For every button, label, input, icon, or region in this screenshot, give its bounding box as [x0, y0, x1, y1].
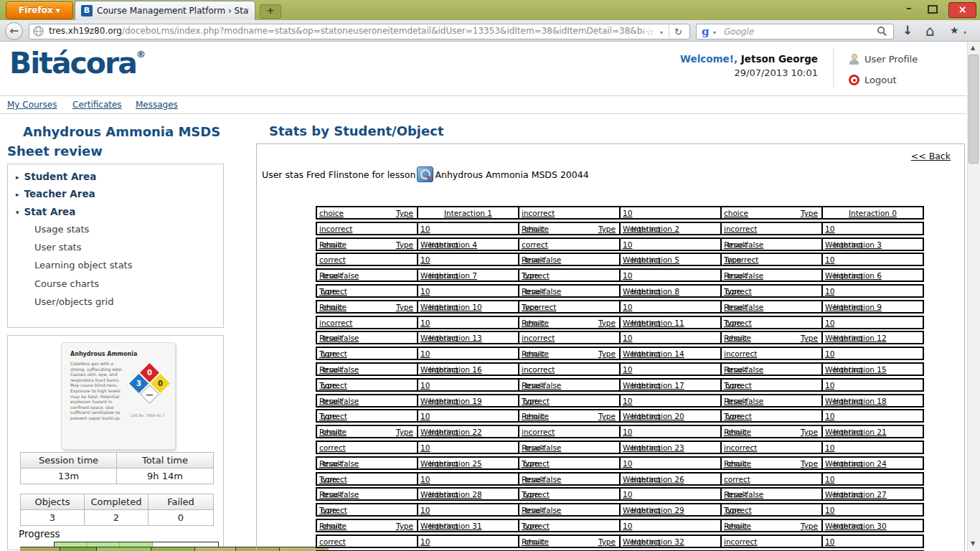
- glitch-cell: Resulttrue-false: [720, 487, 823, 501]
- glitch-cell: Typecorrect: [316, 347, 418, 360]
- bookmarks-dropdown-icon[interactable]: ▾: [963, 29, 966, 36]
- glitch-cell: incorrect: [316, 222, 418, 235]
- glitch-cell: 10: [821, 534, 924, 548]
- glitch-cell: ResultchoiceType: [316, 519, 418, 532]
- glitch-row: Resulttrue-falseWeightingInteraction 16i…: [316, 362, 924, 376]
- triangle-collapsed-icon: ▸: [16, 174, 19, 181]
- nav-messages[interactable]: Messages: [136, 100, 178, 110]
- glitch-cell: 10: [619, 268, 722, 282]
- failed-header: Failed: [148, 494, 214, 510]
- url-text[interactable]: tres.xh19z80.org/doceboLms/index.php?mod…: [49, 26, 644, 36]
- nav-my-courses[interactable]: My Courses: [7, 100, 57, 110]
- sidebar-item-learning-object-stats[interactable]: Learning object stats: [34, 260, 132, 270]
- glitch-cell: Resulttrue-false: [316, 394, 418, 408]
- minimize-button[interactable]: –: [906, 3, 912, 14]
- glitch-cell: Typecorrect: [720, 316, 823, 329]
- nav-certificates[interactable]: Certificates: [72, 100, 122, 110]
- glitch-row: Typecorrect10Resulttrue-falseWeightingIn…: [316, 503, 924, 517]
- sidebar-item-teacher-area[interactable]: ▸Teacher Area: [16, 188, 95, 199]
- triangle-expanded-icon: ▾: [16, 209, 19, 216]
- glitch-cell: WeightingInteraction 7: [417, 268, 519, 282]
- progress-label: Progress: [19, 528, 60, 540]
- firefox-menu-button[interactable]: Firefox ▾: [6, 1, 73, 19]
- scroll-down-icon[interactable]: ▼: [971, 540, 975, 547]
- glitch-cell: Resulttrue-false: [720, 268, 823, 282]
- logout-link[interactable]: Logout: [849, 75, 897, 85]
- total-time-header: Total time: [116, 452, 214, 468]
- objects-header: Objects: [20, 494, 85, 510]
- sliver-segment: [151, 547, 195, 551]
- glitch-cell: Typecorrect: [720, 503, 823, 517]
- glitch-cell: incorrect: [720, 222, 823, 235]
- home-icon[interactable]: ⌂: [925, 22, 935, 39]
- glitch-cell: Resulttrue-false: [518, 378, 621, 392]
- glitch-cell: 10: [821, 503, 924, 517]
- tab-title: Course Management Platform › Stats by ..…: [97, 6, 249, 16]
- sidebar-item-student-area[interactable]: ▸Student Area: [16, 171, 96, 182]
- reload-icon[interactable]: ↻: [674, 27, 682, 37]
- sidebar-item-user-objects-grid[interactable]: User/objects grid: [34, 296, 113, 307]
- glitch-cell: 10: [417, 378, 519, 392]
- lesson-name: Anhydrous Ammonia MSDS 20044: [435, 169, 588, 180]
- glitch-cell: 10: [417, 253, 519, 266]
- glitch-row: correct10Resulttrue-falseWeightingIntera…: [316, 253, 924, 266]
- search-icon[interactable]: [877, 26, 887, 37]
- glitch-cell: WeightingInteraction 24: [821, 456, 924, 470]
- scroll-up-icon[interactable]: ▲: [971, 44, 975, 51]
- back-arrow-icon: ←: [9, 24, 19, 37]
- glitch-cell: Typecorrect: [720, 409, 823, 423]
- sidebar-item-user-stats[interactable]: User stats: [34, 242, 81, 253]
- bookmarks-icon[interactable]: ★: [950, 24, 959, 36]
- glitch-cell: 10: [417, 409, 519, 423]
- glitch-cell: 10: [619, 362, 722, 376]
- glitch-cell: 10: [417, 472, 519, 486]
- close-button[interactable]: ×: [948, 2, 976, 18]
- tab-stats[interactable]: B Course Management Platform › Stats by …: [75, 1, 255, 20]
- welcome-label: Welcome!,: [680, 53, 738, 65]
- glitch-cell: Resulttrue-false: [518, 253, 621, 266]
- scorm-object-icon: [417, 166, 433, 182]
- glitch-cell: 10: [821, 378, 924, 392]
- glitch-cell: 10: [821, 284, 924, 298]
- sidebar-item-course-charts[interactable]: Course charts: [34, 278, 99, 289]
- restore-button[interactable]: [928, 5, 938, 14]
- glitch-cell: WeightingInteraction 14: [619, 347, 722, 360]
- glitch-cell: 10: [417, 316, 519, 329]
- glitch-cell: WeightingInteraction 15: [821, 362, 924, 376]
- app-logo-text: Bitácora: [9, 46, 136, 80]
- glitch-cell: WeightingInteraction 25: [417, 456, 519, 470]
- url-dropdown-icon[interactable]: ▾: [660, 29, 663, 36]
- welcome-block: Welcome!, Jetson George 29/07/2013 10:01: [680, 52, 818, 80]
- glitch-cell: incorrect: [518, 206, 621, 220]
- glitch-row: Resulttrue-falseWeightingInteraction 7Ty…: [316, 268, 924, 282]
- downloads-icon[interactable]: ↓: [903, 23, 913, 37]
- glitch-cell: Typecorrect: [518, 394, 621, 408]
- glitch-cell: 10: [619, 394, 722, 408]
- glitch-cell: ResultchoiceType: [518, 409, 621, 423]
- glitch-cell: WeightingInteraction 19: [417, 394, 519, 408]
- bookmark-star-icon[interactable]: ☆: [646, 27, 654, 37]
- logout-icon: [849, 75, 859, 85]
- glitch-row: Typecorrect10Resulttrue-falseWeightingIn…: [316, 472, 924, 486]
- search-engine-icon[interactable]: g: [702, 25, 710, 38]
- glitch-cell: Resulttrue-false: [316, 268, 418, 282]
- glitch-cell: Resulttrue-false: [518, 472, 621, 486]
- glitch-cell: correct: [720, 472, 823, 486]
- nav-rule: [0, 113, 966, 114]
- scrollbar-thumb[interactable]: [969, 55, 979, 164]
- glitch-cell: 10: [619, 425, 722, 438]
- glitch-cell: WeightingInteraction 32: [619, 534, 722, 548]
- new-tab-button[interactable]: +: [260, 4, 281, 19]
- search-engine-dropdown-icon[interactable]: ▾: [713, 29, 716, 36]
- subtitle-prefix: User stas Fred Flinstone for lesson: [262, 169, 415, 180]
- sidebar-item-usage-stats[interactable]: Usage stats: [34, 224, 89, 235]
- user-profile-link[interactable]: User Profile: [849, 54, 918, 65]
- glitch-cell: Resulttrue-false: [518, 284, 621, 298]
- back-button[interactable]: ←: [5, 22, 23, 40]
- app-logo[interactable]: Bitácora®: [9, 46, 146, 80]
- glitch-cell: Typecorrect: [316, 472, 418, 486]
- sidebar-item-stat-area[interactable]: ▾Stat Area: [16, 206, 75, 217]
- msds-cas-number: CAS No. 7664-41-7: [131, 413, 164, 418]
- glitch-cell: Resulttrue-false: [720, 394, 823, 408]
- back-link[interactable]: << Back: [911, 151, 951, 161]
